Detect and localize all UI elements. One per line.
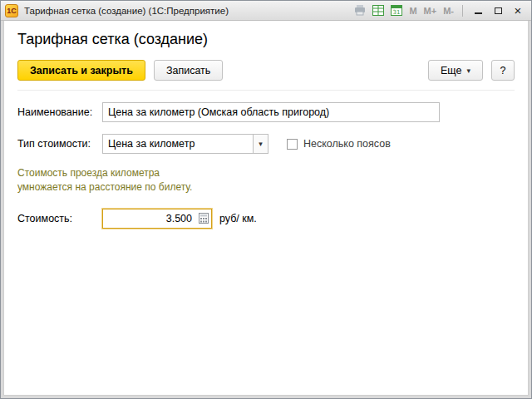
cost-type-row: Тип стоимости: Цена за километр ▾ Нескол… xyxy=(17,134,515,154)
svg-text:31: 31 xyxy=(393,9,401,16)
cost-input[interactable] xyxy=(103,209,196,228)
help-button[interactable]: ? xyxy=(491,60,515,81)
1c-logo-icon: 1С xyxy=(5,4,18,17)
save-button[interactable]: Записать xyxy=(154,60,223,81)
minimize-icon xyxy=(475,12,482,14)
cost-unit-label: руб/ км. xyxy=(219,213,257,224)
close-icon: × xyxy=(515,4,522,17)
multiple-zones-label: Несколько поясов xyxy=(303,138,391,150)
multiple-zones-checkbox[interactable] xyxy=(287,139,298,150)
calc-memory-minus-button[interactable]: M- xyxy=(441,6,456,16)
table-icon[interactable] xyxy=(371,3,386,18)
command-bar: Записать и закрыть Записать Еще ▾ ? xyxy=(17,60,515,91)
cost-type-value: Цена за километр xyxy=(103,135,253,153)
close-button[interactable]: × xyxy=(510,3,526,18)
titlebar: 1С Тарифная сетка (создание) (1С:Предпри… xyxy=(1,1,531,21)
page-title: Тарифная сетка (создание) xyxy=(17,31,515,48)
minimize-button[interactable] xyxy=(470,3,486,18)
app-window: 1С Тарифная сетка (создание) (1С:Предпри… xyxy=(0,0,532,399)
name-input[interactable] xyxy=(102,102,440,122)
more-button-label: Еще xyxy=(441,65,461,76)
cost-type-select[interactable]: Цена за километр ▾ xyxy=(102,134,268,154)
cost-type-label: Тип стоимости: xyxy=(17,138,102,150)
calc-memory-plus-button[interactable]: M+ xyxy=(422,6,439,16)
name-label: Наименование: xyxy=(17,106,102,118)
cost-hint-line1: Стоимость проезда километра xyxy=(17,166,515,180)
cost-label: Стоимость: xyxy=(17,213,102,224)
cost-field xyxy=(102,209,212,229)
titlebar-separator xyxy=(462,5,463,17)
titlebar-controls: 31 M M+ M- × xyxy=(352,3,526,18)
calendar-icon[interactable]: 31 xyxy=(389,3,404,18)
calculator-icon[interactable] xyxy=(196,209,211,228)
chevron-down-icon: ▾ xyxy=(466,66,470,75)
maximize-icon xyxy=(495,7,502,14)
chevron-down-icon[interactable]: ▾ xyxy=(253,135,268,153)
form-area: Тарифная сетка (создание) Записать и зак… xyxy=(3,21,529,396)
printer-icon[interactable] xyxy=(352,3,367,18)
cost-row: Стоимость: руб/ км. xyxy=(17,209,515,229)
more-button[interactable]: Еще ▾ xyxy=(428,60,483,81)
cost-hint-line2: умножается на расстояние по билету. xyxy=(17,180,515,195)
calc-memory-button[interactable]: M xyxy=(407,6,418,16)
maximize-button[interactable] xyxy=(490,3,506,18)
name-row: Наименование: xyxy=(17,102,515,122)
cost-hint-text: Стоимость проезда километра умножается н… xyxy=(17,166,515,195)
window-title: Тарифная сетка (создание) (1С:Предприяти… xyxy=(24,6,229,16)
save-and-close-button[interactable]: Записать и закрыть xyxy=(17,60,145,81)
